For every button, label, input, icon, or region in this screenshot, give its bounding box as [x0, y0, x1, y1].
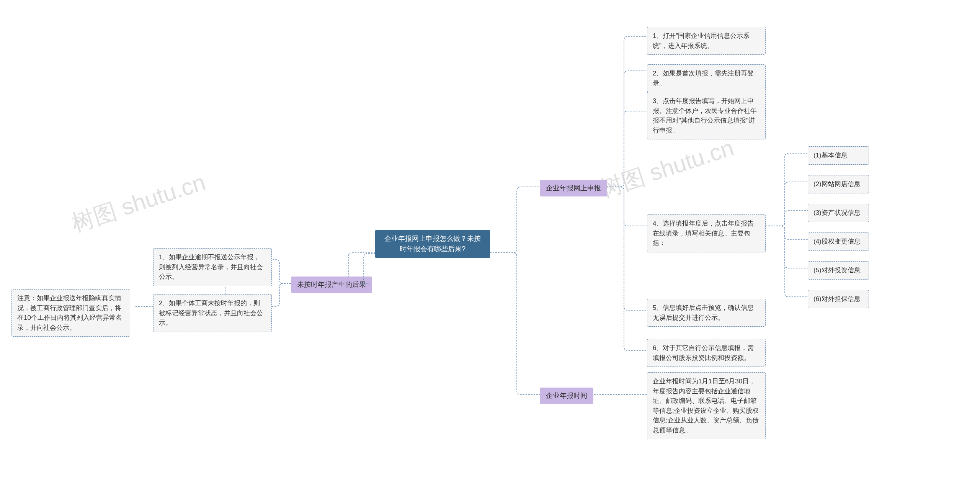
leaf-step-5[interactable]: 5、信息填好后点击预览，确认信息无误后提交并进行公示。: [647, 299, 766, 327]
connector-lines-left: [0, 0, 980, 504]
leaf-note[interactable]: 注意：如果企业报送年报隐瞒真实情况，被工商行政管理部门查实后，将在10个工作日内…: [11, 289, 130, 337]
watermark: 树图 shutu.cn: [596, 133, 738, 205]
leaf-step-4[interactable]: 4、选择填报年度后，点击年度报告在线填录，填写相关信息。主要包括：: [647, 214, 766, 252]
leaf-sub-6[interactable]: (6)对外担保信息: [808, 290, 869, 308]
watermark: 树图 shutu.cn: [67, 167, 209, 239]
branch-report-time[interactable]: 企业年报时间: [540, 388, 593, 404]
leaf-sub-3[interactable]: (3)资产状况信息: [808, 204, 869, 222]
leaf-consequence-1[interactable]: 1、如果企业逾期不报送公示年报，则被列入经营异常名录，并且向社会公示。: [153, 248, 272, 286]
leaf-sub-1[interactable]: (1)基本信息: [808, 146, 869, 165]
leaf-sub-5[interactable]: (5)对外投资信息: [808, 261, 869, 280]
left-connectors: [0, 0, 980, 504]
connector-lines: [0, 0, 980, 504]
leaf-step-3[interactable]: 3、点击年度报告填写，开始网上申报。注意个体户，农民专业合作社年报不用对"其他自…: [647, 92, 766, 139]
root-node[interactable]: 企业年报网上申报怎么做？未按时年报会有哪些后果?: [375, 230, 490, 258]
branch-consequences[interactable]: 未按时年报产生的后果: [291, 277, 372, 293]
leaf-step-6[interactable]: 6、对于其它自行公示信息填报，需填报公司股东投资比例和投资额。: [647, 339, 766, 367]
leaf-step-1[interactable]: 1、打开"国家企业信用信息公示系统"，进入年报系统。: [647, 27, 766, 55]
connectors-left-final: [0, 0, 980, 504]
branch-online-report[interactable]: 企业年报网上申报: [540, 180, 607, 196]
leaf-sub-4[interactable]: (4)股权变更信息: [808, 232, 869, 251]
leaf-sub-2[interactable]: (2)网站网店信息: [808, 175, 869, 193]
connector-lines-leftfix: [0, 0, 980, 504]
leaf-report-time-content[interactable]: 企业年报时间为1月1日至6月30日，年度报告内容主要包括企业通信地址、邮政编码、…: [647, 372, 766, 439]
leaf-step-2[interactable]: 2、如果是首次填报，需先注册再登录。: [647, 64, 766, 92]
leaf-consequence-2[interactable]: 2、如果个体工商未按时年报的，则被标记经营异常状态，并且向社会公示。: [153, 294, 272, 332]
